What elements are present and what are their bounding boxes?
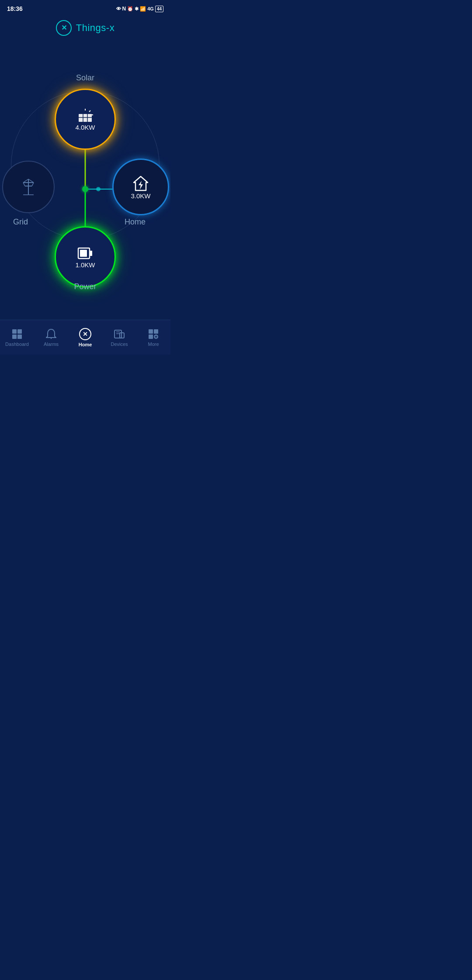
nav-alarms-label: Alarms [44,342,59,347]
grid-node[interactable] [2,161,55,213]
svg-line-7 [89,110,90,112]
svg-rect-28 [17,329,22,334]
app-title: Things-x [76,22,115,34]
alarm-nav-icon [46,328,56,340]
nav-devices[interactable]: Devices [102,325,136,350]
alarm-icon: ⏰ [127,6,133,12]
grid-label: Grid [13,217,28,227]
svg-line-17 [32,183,34,186]
home-label: Home [125,217,146,227]
signal-icon: 4G [147,6,154,11]
grid-icon [19,177,38,197]
nav-more[interactable]: More [136,325,170,350]
battery-icon: 44 [155,6,163,11]
svg-text:✕: ✕ [83,331,88,338]
svg-rect-29 [12,335,17,339]
svg-rect-27 [12,329,17,334]
home-value: 3.0KW [131,192,150,200]
svg-rect-26 [80,250,87,257]
devices-icon [114,328,125,340]
energy-diagram: Solar 4.0KW [0,43,170,287]
power-value: 1.0KW [75,261,95,269]
svg-marker-23 [139,181,143,190]
bluetooth-icon: ✱ [135,6,139,12]
svg-rect-35 [115,330,121,338]
svg-rect-30 [17,335,22,339]
wifi-icon: 📶 [140,6,146,12]
nav-home-label: Home [79,342,92,347]
svg-rect-9 [79,114,92,122]
status-bar: 18:36 👁 N ⏰ ✱ 📶 4G 44 [0,0,170,16]
eye-icon: 👁 [116,6,121,11]
solar-node[interactable]: 4.0KW [55,89,116,150]
nfc-icon: N [122,6,126,12]
home-nav-icon: ✕ [79,328,91,340]
home-icon [131,175,150,192]
nav-dashboard[interactable]: Dashboard [0,325,34,350]
status-time: 18:36 [7,5,23,12]
svg-rect-25 [90,251,92,256]
svg-line-18 [23,179,28,183]
status-icons: 👁 N ⏰ ✱ 📶 4G 44 [116,6,163,12]
more-icon [148,328,159,340]
svg-rect-41 [149,335,153,339]
battery-icon [76,245,94,261]
power-label: Power [74,282,96,291]
nav-alarms[interactable]: Alarms [34,325,68,350]
solar-value: 4.0KW [75,124,95,131]
nav-more-label: More [148,342,159,347]
svg-text:✕: ✕ [61,24,66,31]
junction-dot [82,186,88,192]
solar-icon [76,108,94,124]
svg-rect-40 [154,329,158,334]
solar-label: Solar [76,73,94,83]
nav-devices-label: Devices [111,342,128,347]
home-node[interactable]: 3.0KW [112,159,169,215]
bottom-nav: Dashboard Alarms ✕ Home Devices [0,320,170,355]
app-header: ✕ Things-x [0,16,170,43]
power-node[interactable]: 1.0KW [55,226,116,287]
nav-dashboard-label: Dashboard [5,342,29,347]
svg-line-19 [28,179,34,183]
dashboard-icon [11,328,23,340]
logo-icon: ✕ [56,20,72,36]
svg-line-16 [23,183,25,186]
nav-home[interactable]: ✕ Home [68,324,102,351]
svg-rect-39 [149,329,153,334]
